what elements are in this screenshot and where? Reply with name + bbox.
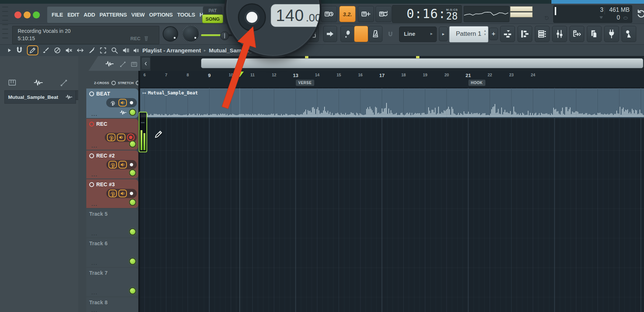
loop-record-button[interactable]	[375, 6, 392, 22]
zoom-tool[interactable]	[111, 46, 118, 54]
play-tool[interactable]	[7, 46, 12, 54]
track-grip[interactable]: ...	[91, 310, 98, 311]
timeline-ruler[interactable]: 6789101112131415161718192021222324VERSEH…	[140, 71, 644, 88]
wait-input-button[interactable]	[321, 6, 337, 22]
record-button[interactable]	[238, 3, 266, 31]
track-led[interactable]	[129, 199, 136, 206]
select-tool[interactable]	[99, 46, 107, 54]
zcross-checkbox[interactable]	[111, 81, 116, 85]
playback-tool[interactable]	[122, 46, 130, 54]
track-mute-button[interactable]	[118, 190, 127, 197]
track-grip[interactable]: ...	[91, 292, 98, 294]
track-header-5[interactable]: Track 5...	[86, 209, 138, 238]
macos-close-button[interactable]	[14, 11, 21, 18]
track-grip[interactable]: ...	[91, 114, 98, 115]
track-mute-button[interactable]	[118, 161, 127, 169]
track-grip[interactable]: ...	[91, 145, 98, 147]
track-grip[interactable]: ...	[91, 174, 98, 176]
main-volume-knob[interactable]	[163, 26, 178, 42]
time-display[interactable]: 0:16: M:S:CS 28	[392, 5, 462, 23]
song-mode-button[interactable]: SONG	[202, 14, 223, 23]
track-arm-button[interactable]	[108, 99, 117, 107]
menu-item-edit[interactable]: EDIT	[67, 12, 79, 18]
scrollbar-thumb[interactable]	[201, 58, 643, 68]
link-button[interactable]	[354, 26, 368, 42]
pat-mode-button[interactable]: PAT	[203, 6, 222, 15]
pattern-selector[interactable]: Pattern 1 ▲▼	[449, 26, 488, 42]
step-edit-button[interactable]	[323, 26, 337, 42]
audio-clip[interactable]: ↦ Mutual_Sample_Beat	[140, 89, 644, 118]
undo-icon[interactable]	[637, 8, 644, 19]
pattern-spinner[interactable]: ▲▼	[484, 29, 487, 36]
delete-tool[interactable]	[53, 46, 61, 54]
track-grip[interactable]: ...	[91, 233, 98, 235]
marker-verse[interactable]: VERSE	[296, 80, 314, 86]
picker-item-sample[interactable]: Mutual_Sample_Beat	[4, 90, 76, 104]
tempo-display[interactable]: 140 .000	[271, 4, 322, 27]
plugins-window-button[interactable]	[604, 26, 619, 42]
mixer-window-button[interactable]	[552, 26, 567, 42]
slice-tool[interactable]	[88, 46, 96, 54]
menu-item-patterns[interactable]: PATTERNS	[100, 12, 127, 18]
overdub-button[interactable]	[358, 6, 374, 22]
track-grip[interactable]: ...	[91, 204, 98, 205]
audio-tab-icon[interactable]	[104, 60, 115, 68]
menu-item-view[interactable]: VIEW	[131, 12, 145, 18]
menu-item-file[interactable]: FILE	[52, 12, 63, 18]
track-header-1[interactable]: BEAT...	[86, 89, 138, 118]
playback-speaker-icon[interactable]	[133, 47, 139, 54]
draw-tool[interactable]	[27, 45, 38, 55]
playhead-marker[interactable]	[236, 72, 244, 77]
channel-rack-window-button[interactable]	[535, 26, 550, 42]
picker-tab-automation-icon[interactable]	[59, 79, 69, 87]
slip-tool[interactable]	[76, 46, 84, 54]
track-arm-button[interactable]	[107, 134, 115, 141]
paint-tool[interactable]	[42, 46, 50, 54]
track-header-8[interactable]: Track 8...	[86, 297, 138, 312]
pattern-tab-icon[interactable]	[130, 61, 138, 68]
snap-selector[interactable]: Line ▸	[399, 27, 437, 42]
breadcrumb-root[interactable]: Playlist - Arrangement	[142, 47, 201, 53]
playlist-window-button[interactable]	[500, 26, 515, 42]
macos-zoom-button[interactable]	[33, 11, 40, 18]
menu-item-options[interactable]: OPTIONS	[149, 12, 173, 18]
track-arm-button[interactable]	[108, 161, 117, 169]
track-grip[interactable]: ...	[91, 263, 98, 264]
automation-tab-icon[interactable]	[119, 61, 127, 68]
playlist-lanes[interactable]: ↦ Mutual_Sample_Beat	[140, 88, 644, 312]
countdown-button[interactable]: 3.2.	[339, 6, 356, 22]
picker-tab-audio-icon[interactable]	[32, 78, 44, 87]
track-led[interactable]	[129, 141, 136, 148]
track-status-dot[interactable]	[130, 192, 133, 195]
magnet-icon[interactable]	[387, 31, 394, 38]
menu-item-tools[interactable]: TOOLS	[177, 12, 195, 18]
track-header-3[interactable]: REC #2...	[86, 150, 138, 178]
main-pitch-knob[interactable]	[182, 25, 200, 42]
piano-roll-window-button[interactable]	[517, 26, 532, 42]
browser-window-button[interactable]	[569, 26, 584, 42]
shuffle-slider-thumb[interactable]	[220, 31, 229, 40]
menu-item-add[interactable]: ADD	[84, 12, 95, 18]
scroll-left-button[interactable]	[141, 57, 150, 70]
track-header-4[interactable]: REC #3...	[86, 179, 138, 208]
track-mute-button[interactable]	[118, 99, 127, 107]
metronome-button[interactable]	[368, 26, 382, 42]
tuner-window-button[interactable]	[622, 26, 636, 42]
marker-hook[interactable]: HOOK	[468, 80, 485, 86]
track-led[interactable]	[129, 258, 136, 265]
track-led[interactable]	[129, 109, 136, 116]
snap-tool[interactable]	[15, 46, 23, 54]
track-header-6[interactable]: Track 6...	[86, 238, 138, 267]
track-led[interactable]	[129, 169, 136, 176]
picker-tab-patterns-icon[interactable]	[7, 78, 17, 87]
mute-tool[interactable]	[65, 46, 73, 54]
track-status-dot[interactable]	[130, 101, 133, 104]
track-arm-button[interactable]	[108, 190, 117, 197]
track-led[interactable]	[129, 287, 136, 294]
track-status-dot[interactable]	[130, 163, 133, 166]
add-pattern-button[interactable]: +	[489, 28, 498, 40]
slide-button[interactable]	[340, 26, 354, 42]
track-record-indicator[interactable]	[127, 134, 135, 141]
track-header-7[interactable]: Track 7...	[86, 268, 138, 297]
plugin-picker-window-button[interactable]	[587, 26, 602, 42]
